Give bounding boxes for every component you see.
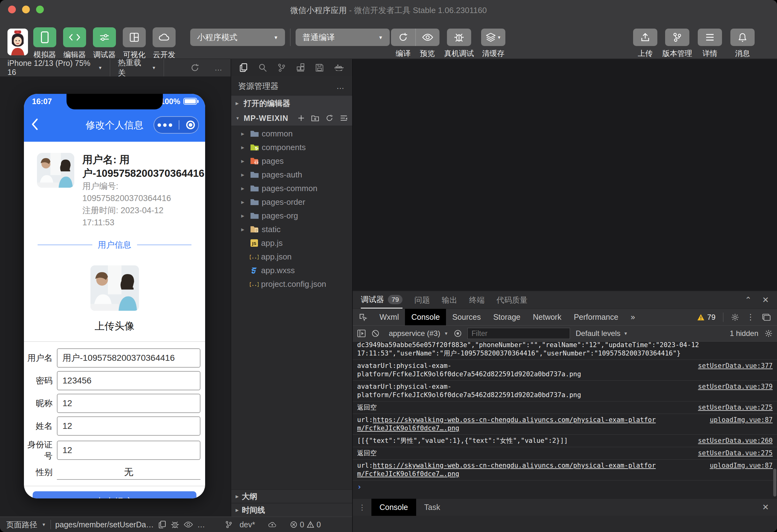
search-icon[interactable] xyxy=(258,63,267,73)
explorer-more-button[interactable]: … xyxy=(336,81,345,91)
tab-console[interactable]: Console xyxy=(405,309,446,325)
tab-performance[interactable]: Performance xyxy=(567,309,625,325)
source-link[interactable]: setUserData.vue:377 xyxy=(698,362,773,370)
url-link[interactable]: m/FcfkeJIcK9ol6f0dce7….png xyxy=(357,424,459,432)
save-icon[interactable] xyxy=(315,63,324,73)
back-button[interactable] xyxy=(31,117,39,131)
refresh-icon[interactable] xyxy=(325,114,333,122)
filter-input[interactable] xyxy=(467,328,570,339)
tab-network[interactable]: Network xyxy=(527,309,568,325)
device-selector[interactable]: iPhone 12/13 (Pro) 75% 16 ▼ xyxy=(0,59,110,77)
tab-editor[interactable]: 编辑器 xyxy=(63,27,86,60)
tree-item-static[interactable]: ▶ static xyxy=(231,222,352,236)
problems-indicator[interactable]: 0 0 xyxy=(290,520,321,529)
tree-item-app-js[interactable]: JS app.js xyxy=(231,236,352,250)
tree-item-common[interactable]: ▶ common xyxy=(231,127,352,140)
close-panel-icon[interactable]: ✕ xyxy=(762,295,769,305)
tab-terminal[interactable]: 终端 xyxy=(469,291,484,309)
dock-side-icon[interactable] xyxy=(762,314,771,321)
username-field[interactable] xyxy=(57,348,201,367)
upload-button[interactable] xyxy=(633,28,657,46)
extensions-icon[interactable] xyxy=(296,63,305,73)
source-link[interactable]: setUserData.vue:260 xyxy=(698,437,773,445)
clear-cache-button[interactable]: ▼ xyxy=(481,28,506,46)
tree-item-pages-org[interactable]: ▶ pages-org xyxy=(231,209,352,222)
tab-debugger[interactable]: 调试器 xyxy=(93,27,116,60)
tab-storage[interactable]: Storage xyxy=(487,309,527,325)
collapse-all-icon[interactable] xyxy=(340,114,348,122)
files-icon[interactable] xyxy=(239,63,248,73)
cloud-sync-icon[interactable] xyxy=(267,521,277,528)
tree-item-pages[interactable]: ▶ pages xyxy=(231,154,352,168)
new-file-icon[interactable] xyxy=(298,114,305,122)
mode-dropdown[interactable]: 小程序模式 ▼ xyxy=(190,28,285,46)
console-scrollbar[interactable] xyxy=(773,468,776,497)
simulator-refresh-button[interactable] xyxy=(183,59,207,77)
tab-problems[interactable]: 问题 xyxy=(414,291,430,309)
eye-icon[interactable] xyxy=(184,521,193,528)
source-link[interactable]: setUserData.vue:275 xyxy=(698,449,773,457)
tree-item-app-json[interactable]: {..} app.json xyxy=(231,250,352,263)
tab-simulator[interactable]: 模拟器 xyxy=(33,27,57,60)
drawer-tab-console[interactable]: Console xyxy=(371,499,416,516)
tree-item-pages-order[interactable]: ▶ pages-order xyxy=(231,195,352,209)
tree-item-components[interactable]: ▶ components xyxy=(231,140,352,154)
device-debug-button[interactable] xyxy=(447,28,471,46)
timeline-section[interactable]: ▶ 时间线 xyxy=(231,503,352,517)
tree-item-pages-auth[interactable]: ▶ pages-auth xyxy=(231,168,352,182)
gender-picker[interactable]: 无 xyxy=(57,465,201,480)
more-tabs-button[interactable]: » xyxy=(625,309,641,325)
inspect-element-icon[interactable] xyxy=(353,313,373,322)
user-avatar[interactable] xyxy=(7,28,28,55)
settings-gear-icon[interactable] xyxy=(731,313,739,321)
console-prompt[interactable]: › xyxy=(353,481,777,494)
simulator-more-button[interactable]: … xyxy=(207,59,231,77)
hot-reload-toggle[interactable]: 热重载 关 ▼ xyxy=(110,59,163,77)
show-console-sidebar-icon[interactable] xyxy=(357,329,366,337)
tab-cloud[interactable]: 云开发 xyxy=(152,27,176,60)
source-link[interactable]: setUserData.vue:379 xyxy=(698,383,773,391)
tab-sources[interactable]: Sources xyxy=(446,309,487,325)
idcard-field[interactable] xyxy=(57,441,201,460)
docker-whale-icon[interactable] xyxy=(334,64,344,72)
tab-visualizer[interactable]: 可视化 xyxy=(122,27,146,60)
bug-icon[interactable] xyxy=(171,520,179,529)
kebab-menu-icon[interactable]: ⋮ xyxy=(747,312,755,322)
source-link[interactable]: uploadImg.vue:87 xyxy=(710,416,773,424)
source-link[interactable]: setUserData.vue:275 xyxy=(698,403,773,412)
page-path-value[interactable]: pages/member/setUserDa… xyxy=(55,520,154,529)
compile-button[interactable] xyxy=(391,28,415,46)
minimize-record-button[interactable] xyxy=(186,121,195,129)
url-link[interactable]: https://skywalking-web.oss-cn-chengdu.al… xyxy=(373,462,656,469)
context-selector[interactable]: appservice (#3) ▼ xyxy=(389,329,448,338)
drawer-kebab-icon[interactable]: ⋮ xyxy=(353,503,371,512)
drawer-close-icon[interactable]: ✕ xyxy=(762,503,777,512)
tree-item-pages-common[interactable]: ▶ pages-common xyxy=(231,182,352,195)
version-control-button[interactable] xyxy=(665,28,689,46)
log-levels-dropdown[interactable]: Default levels ▼ xyxy=(576,329,628,338)
drawer-tab-task[interactable]: Task xyxy=(416,499,448,516)
avatar-upload-image[interactable] xyxy=(91,265,139,311)
page-path-label[interactable]: 页面路径 xyxy=(6,520,37,530)
nickname-field[interactable] xyxy=(57,394,201,413)
compile-mode-dropdown[interactable]: 普通编译 ▼ xyxy=(296,28,390,46)
live-expression-icon[interactable] xyxy=(454,329,462,337)
copy-icon[interactable] xyxy=(158,520,166,529)
tab-code-quality[interactable]: 代码质量 xyxy=(496,291,528,309)
project-root-section[interactable]: ▼ MP-WEIXIN xyxy=(231,111,352,125)
upload-avatar-label[interactable]: 上传头像 xyxy=(24,319,205,333)
url-link[interactable]: https://skywalking-web.oss-cn-chengdu.al… xyxy=(373,416,656,424)
tree-item-project-config[interactable]: {..} project.config.json xyxy=(231,277,352,291)
outline-section[interactable]: ▶ 大纲 xyxy=(231,489,352,503)
realname-field[interactable] xyxy=(57,416,201,436)
tab-output[interactable]: 输出 xyxy=(442,291,457,309)
new-folder-icon[interactable] xyxy=(311,114,319,122)
submit-button[interactable]: 点击提交 xyxy=(33,491,197,499)
source-link[interactable]: uploadImg.vue:87 xyxy=(710,461,773,470)
preview-button[interactable] xyxy=(415,28,439,46)
more-options-icon[interactable]: … xyxy=(197,520,206,529)
password-field[interactable] xyxy=(57,371,201,390)
tab-debugger-panel[interactable]: 调试器 79 xyxy=(361,291,403,309)
clear-console-icon[interactable] xyxy=(371,329,379,337)
open-editors-section[interactable]: ▶ 打开的编辑器 xyxy=(231,96,352,111)
